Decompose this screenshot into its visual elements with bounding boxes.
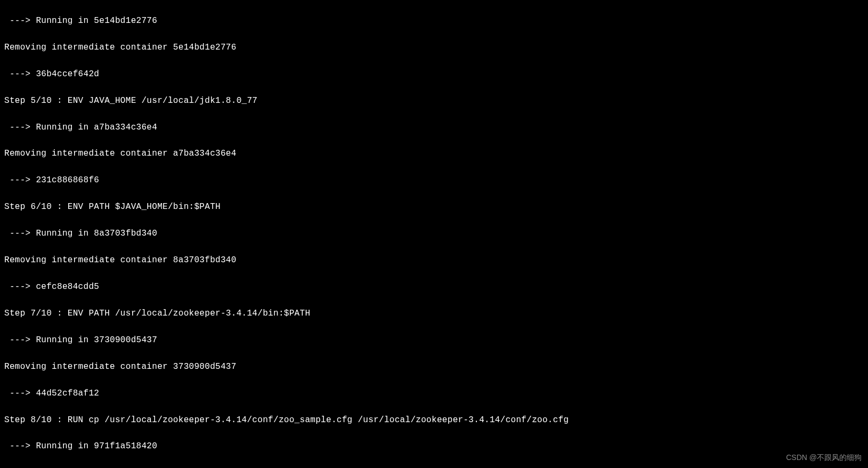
output-line: ---> Running in 971f1a518420 — [4, 440, 864, 453]
terminal-output[interactable]: ---> Running in 5e14bd1e2776 Removing in… — [4, 1, 864, 468]
output-line: Step 5/10 : ENV JAVA_HOME /usr/local/jdk… — [4, 94, 864, 108]
output-line: ---> Running in 3730900d5437 — [4, 334, 864, 347]
output-line: Removing intermediate container a7ba334c… — [4, 147, 864, 160]
output-line: ---> Running in 8a3703fbd340 — [4, 227, 864, 240]
output-line: ---> cefc8e84cdd5 — [4, 280, 864, 294]
output-line: Step 7/10 : ENV PATH /usr/local/zookeepe… — [4, 307, 864, 320]
output-line: Removing intermediate container 3730900d… — [4, 360, 864, 374]
output-line: Removing intermediate container 5e14bd1e… — [4, 41, 864, 54]
output-line: Removing intermediate container 8a3703fb… — [4, 254, 864, 267]
output-line: ---> Running in 5e14bd1e2776 — [4, 14, 864, 28]
output-line: ---> 36b4ccef642d — [4, 68, 864, 81]
output-line: Step 8/10 : RUN cp /usr/local/zookeeper-… — [4, 414, 864, 427]
output-line: ---> Running in a7ba334c36e4 — [4, 121, 864, 134]
output-line: ---> 44d52cf8af12 — [4, 387, 864, 400]
output-line: Step 6/10 : ENV PATH $JAVA_HOME/bin:$PAT… — [4, 200, 864, 214]
output-line: ---> 231c886868f6 — [4, 174, 864, 187]
csdn-watermark: CSDN @不跟风的细狗 — [786, 452, 862, 464]
